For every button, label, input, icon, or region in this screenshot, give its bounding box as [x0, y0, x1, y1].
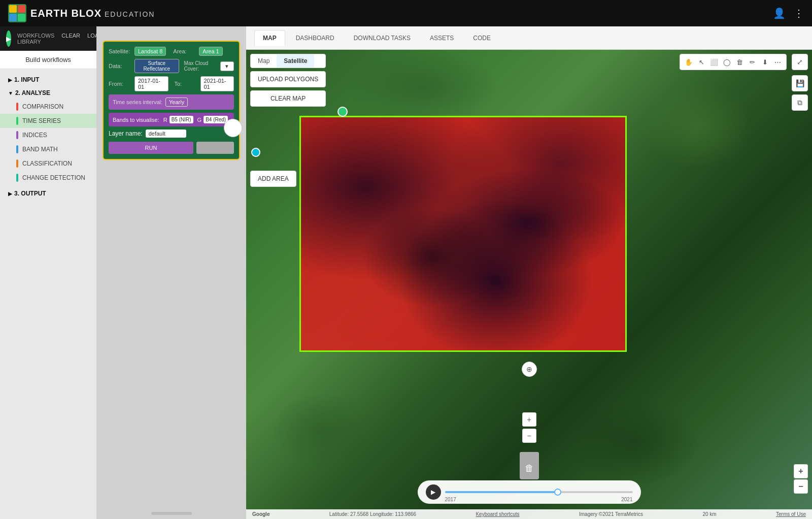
- timeline-play-btn[interactable]: ▶: [426, 484, 441, 500]
- tree-arrow-input: ▶: [8, 77, 12, 83]
- trash-lines: 🗑: [525, 463, 534, 474]
- circle-draw-icon[interactable]: ◯: [721, 56, 732, 68]
- bands-label: Bands to visualise:: [113, 117, 159, 123]
- zoom-in-btn[interactable]: +: [794, 464, 808, 478]
- satellite-select[interactable]: Landsat 8: [134, 47, 166, 56]
- interval-select[interactable]: Yearly: [165, 98, 188, 107]
- area-marker[interactable]: [337, 107, 348, 117]
- grid-icon[interactable]: ⋯: [772, 56, 783, 68]
- sidebar-item-band-math[interactable]: BAND MATH: [0, 142, 96, 156]
- run-button[interactable]: RUN: [109, 142, 193, 154]
- timeline-labels: 2017 2021: [445, 497, 633, 502]
- sidebar-item-time-series[interactable]: TIME SERIES: [0, 114, 96, 128]
- trash-body[interactable]: 🗑: [520, 457, 539, 479]
- timeline-track[interactable]: 2017 2021: [445, 491, 633, 493]
- tab-download-tasks[interactable]: DOWNLOAD TASKS: [345, 30, 419, 46]
- tree-arrow-output: ▶: [8, 191, 12, 197]
- timeline-end: 2021: [621, 497, 632, 502]
- save-map-btn[interactable]: 💾: [792, 75, 808, 91]
- zoom-in-center-btn[interactable]: +: [522, 412, 536, 427]
- zoom-controls: + −: [794, 464, 808, 494]
- brand-subtitle: EDUCATION: [105, 10, 155, 18]
- zoom-out-btn[interactable]: −: [794, 479, 808, 494]
- layers-btn[interactable]: ⧉: [792, 94, 808, 111]
- data-row: Data: Surface Reflectance Max Cloud Cove…: [109, 59, 234, 73]
- build-workflows-label: Build workflows: [25, 56, 71, 63]
- workflows-library-link[interactable]: WORKFLOWS LIBRARY: [17, 33, 54, 45]
- area-select[interactable]: Area 1: [199, 47, 222, 56]
- sidebar-item-classification[interactable]: CLASSIFICATION: [0, 156, 96, 171]
- pencil-icon[interactable]: ✏: [747, 56, 758, 68]
- sidebar-item-input[interactable]: ▶ 1. INPUT: [0, 73, 96, 86]
- hand-tool-icon[interactable]: ✋: [683, 56, 694, 68]
- workflow-scrollbar[interactable]: [151, 512, 192, 515]
- logo-icon: [8, 4, 26, 22]
- sidebar-item-input-label: 1. INPUT: [14, 76, 39, 83]
- data-select[interactable]: Surface Reflectance: [134, 59, 179, 73]
- tab-dashboard[interactable]: DASHBOARD: [287, 30, 343, 46]
- download-icon[interactable]: ⬇: [759, 56, 770, 68]
- upload-polygons-btn[interactable]: UPLOAD POLYGONS: [250, 71, 326, 87]
- tab-map[interactable]: MAP: [254, 30, 285, 46]
- play-button[interactable]: ▶: [6, 30, 11, 47]
- bands-r-label: R: [163, 117, 167, 123]
- from-date[interactable]: 2017-01-01: [134, 76, 168, 91]
- sidebar-item-change-detection[interactable]: CHANGE DETECTION: [0, 171, 96, 185]
- clear-map-btn[interactable]: CLEAR MAP: [250, 90, 326, 107]
- run-btn-bar: RUN: [109, 142, 234, 154]
- layer-input[interactable]: default: [146, 129, 186, 138]
- logo: EARTH BLOX EDUCATION: [8, 4, 155, 22]
- cancel-button[interactable]: [196, 142, 234, 154]
- bands-g-select[interactable]: B4 (Red): [204, 116, 228, 123]
- map-view-btn[interactable]: Map: [251, 54, 277, 68]
- terms-of-use[interactable]: Terms of Use: [776, 511, 806, 517]
- bands-r-select[interactable]: B5 (NIR): [170, 116, 193, 123]
- from-label: From:: [109, 81, 131, 87]
- map-terrain-1: [348, 50, 500, 126]
- map-bottom-bar: Google Latitude: 27.5568 Longitude: 113.…: [246, 509, 812, 519]
- menu-icon[interactable]: ⋮: [794, 7, 804, 19]
- play-icon: ▶: [6, 35, 11, 43]
- secondary-marker[interactable]: [251, 148, 260, 157]
- cursor-tool-icon[interactable]: ↖: [696, 56, 707, 68]
- sidebar-item-analyse[interactable]: ▼ 2. ANALYSE: [0, 86, 96, 100]
- time-series-color-bar: [16, 117, 18, 125]
- keyboard-shortcuts[interactable]: Keyboard shortcuts: [476, 511, 519, 517]
- sidebar-item-output[interactable]: ▶ 3. OUTPUT: [0, 187, 96, 200]
- clear-link[interactable]: CLEAR: [61, 33, 80, 45]
- load-link[interactable]: LOAD: [87, 33, 96, 45]
- map-container[interactable]: Map Satellite UPLOAD POLYGONS CLEAR MAP …: [246, 50, 812, 519]
- timeline-progress: [445, 491, 558, 493]
- tab-code[interactable]: CODE: [464, 30, 499, 46]
- comparison-color-bar: [16, 103, 18, 111]
- satellite-row: Satellite: Landsat 8 Area: Area 1: [109, 47, 234, 56]
- timeline-play-icon: ▶: [431, 489, 435, 496]
- google-logo: Google: [252, 511, 269, 517]
- sidebar-item-comparison[interactable]: COMPARISON: [0, 100, 96, 114]
- square-draw-icon[interactable]: ⬜: [708, 56, 720, 68]
- scale-bar: 20 km: [702, 511, 716, 517]
- sidebar-item-change-detection-label: CHANGE DETECTION: [22, 174, 85, 181]
- add-area-btn[interactable]: ADD AREA: [250, 171, 296, 187]
- svg-rect-4: [18, 14, 25, 21]
- timeline-thumb[interactable]: [554, 489, 561, 496]
- map-terrain-3: [272, 392, 373, 468]
- bands-g-label: G: [197, 117, 202, 123]
- workflow-nav: WORKFLOWS LIBRARY CLEAR LOAD SAVE: [17, 33, 96, 45]
- to-date[interactable]: 2021-01-01: [200, 76, 234, 91]
- indices-color-bar: [16, 131, 18, 139]
- compass[interactable]: ⊕: [522, 362, 537, 377]
- swap-button[interactable]: ⇄: [224, 119, 242, 137]
- timeline-start: 2017: [445, 497, 456, 502]
- satellite-view-btn[interactable]: Satellite: [277, 54, 314, 68]
- cloud-select[interactable]: ▾: [220, 61, 234, 71]
- user-icon[interactable]: 👤: [773, 7, 786, 19]
- classification-color-bar: [16, 159, 18, 168]
- sidebar-item-indices[interactable]: INDICES: [0, 128, 96, 142]
- trash-icon[interactable]: 🗑: [734, 56, 745, 68]
- expand-map-btn[interactable]: ⤢: [792, 54, 808, 70]
- tab-assets[interactable]: ASSETS: [421, 30, 462, 46]
- change-detection-color-bar: [16, 174, 18, 182]
- zoom-out-center-btn[interactable]: −: [522, 429, 536, 443]
- map-view-toggle: Map Satellite: [250, 54, 326, 68]
